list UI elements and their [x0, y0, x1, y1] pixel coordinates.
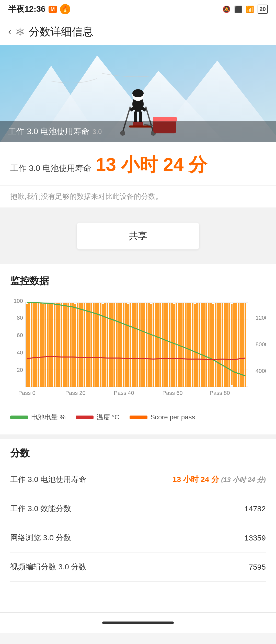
svg-rect-60: [77, 303, 78, 387]
svg-rect-121: [217, 303, 219, 387]
score-row-video: 视频编辑分数 3.0 分数 7595: [10, 553, 266, 582]
svg-point-7: [132, 89, 144, 97]
svg-rect-64: [86, 303, 88, 387]
score-label-web: 网络浏览 3.0 分数: [10, 533, 71, 543]
svg-rect-113: [199, 303, 200, 387]
score-value-web: 13359: [245, 534, 266, 542]
legend-battery-label: 电池电量 %: [31, 413, 65, 422]
svg-rect-76: [113, 303, 115, 387]
score-bars: [26, 303, 246, 387]
svg-rect-93: [153, 303, 154, 387]
svg-text:12000: 12000: [256, 315, 266, 321]
svg-rect-69: [97, 303, 99, 387]
score-value-perf: 14782: [245, 504, 266, 513]
result-label: 工作 3.0 电池使用寿命: [10, 163, 91, 174]
x-label-80: Pass 80: [210, 390, 230, 396]
svg-rect-117: [208, 303, 210, 387]
svg-text:8000: 8000: [256, 341, 266, 348]
legend-temp-label: 温度 °C: [97, 413, 119, 422]
svg-rect-57: [70, 303, 72, 387]
svg-text:80: 80: [17, 315, 23, 321]
svg-rect-109: [189, 303, 191, 387]
svg-rect-45: [42, 304, 44, 387]
svg-rect-94: [155, 303, 157, 387]
svg-rect-61: [79, 303, 81, 387]
svg-rect-79: [120, 303, 122, 387]
svg-rect-39: [28, 303, 30, 387]
svg-rect-54: [63, 303, 65, 387]
svg-rect-128: [233, 303, 235, 387]
svg-rect-116: [205, 303, 207, 387]
monitor-title: 监控数据: [10, 274, 266, 288]
svg-text:20: 20: [17, 367, 23, 373]
svg-rect-92: [150, 304, 152, 387]
notice-section: 抱歉,我们没有足够的数据来对比此设备的分数。: [0, 186, 276, 208]
score-label-battery: 工作 3.0 电池使用寿命: [10, 474, 86, 485]
svg-rect-85: [134, 303, 136, 387]
section-divider-2: [0, 260, 276, 264]
svg-rect-63: [84, 303, 85, 387]
x-label-20: Pass 20: [65, 390, 86, 396]
svg-rect-132: [242, 303, 244, 387]
svg-rect-51: [56, 303, 58, 387]
svg-rect-88: [141, 303, 143, 387]
back-button[interactable]: ‹: [8, 26, 11, 37]
svg-rect-65: [88, 303, 90, 387]
score-row-battery: 工作 3.0 电池使用寿命 13 小时 24 分 (13 小时 24 分): [10, 465, 266, 494]
svg-rect-82: [127, 304, 129, 387]
svg-rect-111: [194, 304, 196, 387]
svg-rect-106: [182, 303, 184, 387]
svg-rect-120: [215, 303, 216, 387]
svg-rect-38: [26, 304, 28, 387]
svg-rect-40: [31, 303, 32, 387]
hero-label: 工作 3.0 电池使用寿命 3.0: [0, 121, 276, 142]
svg-rect-91: [148, 303, 150, 387]
cast-icon: ⬛: [234, 5, 242, 13]
svg-rect-90: [146, 303, 147, 387]
svg-rect-115: [203, 303, 205, 387]
mi-icon: M: [49, 6, 57, 13]
svg-rect-89: [143, 303, 145, 387]
share-button[interactable]: 共享: [77, 223, 199, 249]
svg-rect-87: [139, 303, 141, 387]
svg-rect-105: [180, 303, 182, 387]
svg-rect-56: [67, 303, 69, 387]
svg-rect-58: [72, 303, 74, 387]
share-section: 共享: [0, 212, 276, 260]
svg-rect-48: [49, 303, 51, 387]
page-header: ‹ ❄ 分数详细信息: [0, 18, 276, 45]
svg-rect-67: [93, 303, 95, 387]
svg-text:4000: 4000: [256, 368, 266, 374]
legend-temp: 温度 °C: [76, 413, 119, 422]
x-label-60: Pass 60: [162, 390, 183, 396]
svg-rect-59: [74, 304, 76, 387]
score-value-video: 7595: [249, 563, 266, 571]
svg-rect-77: [116, 303, 118, 387]
svg-rect-107: [185, 303, 187, 387]
svg-rect-97: [162, 303, 164, 387]
svg-rect-73: [107, 303, 108, 387]
svg-rect-52: [58, 303, 60, 387]
svg-rect-86: [136, 303, 138, 387]
notice-text: 抱歉,我们没有足够的数据来对比此设备的分数。: [10, 192, 163, 200]
svg-rect-102: [173, 304, 175, 387]
svg-rect-118: [210, 303, 212, 387]
app-icon: 🔥: [60, 4, 70, 14]
x-label-0: Pass 0: [18, 390, 35, 396]
svg-rect-123: [222, 303, 223, 387]
bottom-spacer: [0, 582, 276, 612]
battery-indicator: 20: [258, 5, 268, 14]
section-divider-1: [0, 208, 276, 212]
svg-rect-83: [130, 303, 131, 387]
svg-rect-43: [38, 303, 39, 387]
svg-rect-41: [33, 303, 35, 387]
score-row-web: 网络浏览 3.0 分数 13359: [10, 523, 266, 553]
svg-rect-78: [118, 303, 120, 387]
svg-rect-108: [187, 303, 189, 387]
svg-rect-44: [40, 303, 42, 387]
svg-rect-74: [109, 303, 111, 387]
hero-label-version: 3.0: [93, 128, 102, 136]
home-indicator[interactable]: [102, 622, 174, 624]
monitor-chart: 100 80 60 40 20 12000 8000 4000: [10, 295, 266, 402]
svg-rect-133: [245, 303, 246, 387]
